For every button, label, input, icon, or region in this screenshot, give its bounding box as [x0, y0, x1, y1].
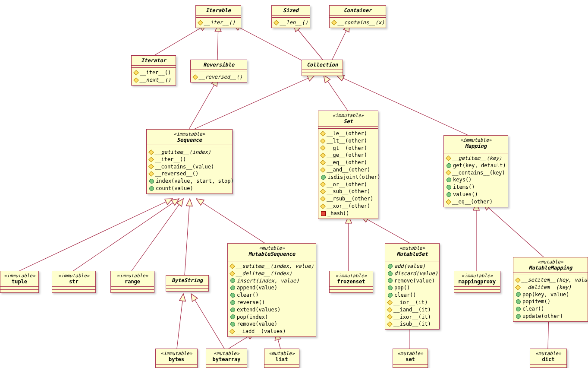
inheritance-arrow [19, 199, 173, 271]
method: __setitem__(key, value) [516, 276, 585, 284]
method: clear() [388, 292, 437, 299]
stereotype: «mutable» [210, 351, 243, 356]
method-text: values() [453, 191, 478, 198]
inheritance-arrow [324, 75, 348, 111]
method-text: __ixor__(it) [393, 314, 431, 321]
method-text: __lt__(other) [327, 137, 367, 145]
method-text: remove(value) [237, 320, 277, 328]
stereotype: «mutable» [231, 245, 312, 251]
visibility-icon [320, 189, 326, 194]
method-text: __delitem__(index) [236, 270, 292, 277]
visibility-icon [321, 211, 326, 216]
method-text: __len__() [280, 19, 308, 26]
method-text: __setitem__(key, value) [522, 276, 588, 284]
class-name: MutableMapping [517, 265, 584, 271]
method: remove(value) [388, 277, 437, 285]
class-name: Container [333, 7, 382, 13]
class-header: Container [330, 6, 386, 16]
method-text: __iter__() [140, 69, 171, 76]
visibility-icon [387, 314, 393, 320]
stereotype: «immutable» [4, 273, 35, 279]
class-name: str [56, 279, 92, 285]
class-name: Set [322, 118, 374, 124]
visibility-icon [515, 285, 521, 290]
class-name: ByteString [170, 277, 205, 283]
visibility-icon [446, 170, 451, 176]
method-text: __iter__() [204, 19, 235, 26]
visibility-icon [331, 20, 337, 25]
inheritance-arrow [194, 75, 315, 129]
method-text: discard(value) [394, 270, 438, 277]
method-text: reverse() [237, 299, 265, 306]
stereotype: «immutable» [333, 273, 369, 279]
method: append(value) [230, 284, 313, 292]
class-mutablesequence: «mutable»MutableSequence__setitem__(inde… [227, 243, 316, 337]
visibility-icon [230, 308, 235, 312]
method-text: extend(values) [237, 306, 280, 314]
visibility-icon [387, 307, 393, 313]
method-text: _hash() [327, 210, 349, 217]
inheritance-arrow [361, 216, 410, 243]
method: insert(index, value) [230, 277, 313, 285]
method: __next__() [134, 76, 173, 84]
method-list: __getitem__(key)get(key, default)__conta… [444, 153, 508, 207]
method-text: keys() [453, 176, 472, 184]
method-text: __contains__(x) [338, 19, 384, 26]
method-text: __reversed__() [155, 170, 198, 178]
class-settype: «mutable»set [393, 349, 428, 368]
method-list: __setitem__(index, value)__delitem__(ind… [228, 261, 316, 336]
method: __xor__(other) [321, 203, 375, 210]
method: __contains__(value) [149, 163, 230, 171]
inheritance-arrow [293, 24, 323, 60]
inheritance-arrow [132, 199, 183, 271]
method-list: add(value)discard(value)remove(value)pop… [385, 261, 439, 329]
visibility-icon [387, 300, 393, 305]
class-name: bytearray [210, 356, 243, 362]
method-text: pop(key, value) [522, 291, 569, 298]
method: __iter__() [149, 156, 230, 163]
method: remove(value) [230, 320, 313, 328]
visibility-icon [320, 182, 326, 187]
visibility-icon [320, 146, 326, 151]
visibility-icon [133, 70, 139, 76]
method-list: __iter__()__next__() [132, 68, 176, 85]
class-container: Container__contains__(x) [329, 5, 386, 28]
method: clear() [230, 292, 313, 299]
method-text: pop(index) [237, 314, 268, 321]
method-text: __ge__(other) [327, 152, 367, 159]
method: __lt__(other) [321, 137, 375, 145]
class-sequence: «immutable»Sequence__getitem__(index)__i… [146, 129, 233, 194]
class-name: Sequence [150, 137, 229, 143]
method: __or__(other) [321, 181, 375, 188]
method-text: __delitem__(key) [522, 284, 572, 291]
visibility-icon [320, 167, 326, 173]
visibility-icon [387, 321, 393, 327]
visibility-icon [388, 293, 393, 298]
method-text: isdisjoint(other) [327, 174, 380, 181]
visibility-icon [230, 329, 235, 334]
method: __le__(other) [321, 130, 375, 137]
stereotype: «immutable» [322, 113, 374, 118]
method-list: __iter__() [196, 18, 241, 28]
visibility-icon [516, 314, 521, 319]
stereotype: «immutable» [159, 351, 194, 356]
inheritance-arrow [73, 199, 179, 271]
stereotype: «immutable» [150, 131, 229, 137]
method: pop() [388, 284, 437, 292]
method: discard(value) [388, 270, 437, 277]
method: values() [447, 191, 505, 198]
stereotype: «mutable» [389, 245, 436, 251]
visibility-icon [148, 149, 154, 155]
method-text: __getitem__(key) [452, 155, 502, 162]
method-text: clear() [237, 292, 259, 299]
visibility-icon [198, 20, 203, 25]
visibility-icon [388, 271, 393, 276]
method: __contains__(x) [332, 19, 383, 26]
class-dict: «mutable»dict [530, 349, 567, 368]
class-header: Sized [272, 6, 310, 16]
inheritance-arrow [332, 24, 349, 60]
visibility-icon [320, 196, 326, 202]
method: index(value, start, stop) [149, 178, 230, 185]
method-text: __or__(other) [327, 181, 367, 188]
visibility-icon [516, 292, 521, 297]
